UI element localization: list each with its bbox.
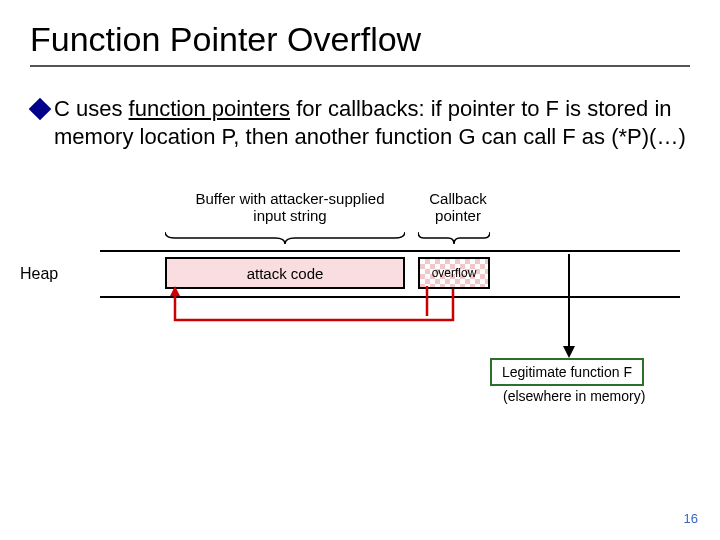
overflow-to-attack-arrow-icon	[165, 286, 460, 336]
title-underline	[30, 65, 690, 67]
overflow-dangle-icon	[423, 286, 431, 318]
heap-diagram: Buffer with attacker-supplied input stri…	[20, 190, 680, 430]
callback-label-l1: Callback	[418, 190, 498, 207]
buffer-label: Buffer with attacker-supplied input stri…	[175, 190, 405, 224]
slide-title: Function Pointer Overflow	[30, 20, 690, 59]
elsewhere-caption: (elsewhere in memory)	[503, 388, 645, 404]
heap-top-rule	[100, 250, 680, 252]
buffer-label-l2: input string	[175, 207, 405, 224]
bullet-underlined: function pointers	[129, 96, 290, 121]
buffer-brace-icon	[165, 230, 405, 242]
heap-label: Heap	[20, 265, 58, 283]
callback-label: Callback pointer	[418, 190, 498, 224]
bullet-text: C uses function pointers for callbacks: …	[54, 95, 690, 150]
overflow-text: overflow	[432, 266, 477, 280]
attack-code-text: attack code	[247, 265, 324, 282]
buffer-label-l1: Buffer with attacker-supplied	[175, 190, 405, 207]
bullet-pre: C uses	[54, 96, 129, 121]
overflow-box: overflow	[418, 257, 490, 289]
callback-to-legit-arrow-icon	[554, 254, 584, 360]
diamond-bullet-icon	[29, 98, 52, 121]
attack-code-box: attack code	[165, 257, 405, 289]
legitimate-function-box: Legitimate function F	[490, 358, 644, 386]
legitimate-function-text: Legitimate function F	[502, 364, 632, 380]
slide: Function Pointer Overflow C uses functio…	[0, 0, 720, 540]
svg-marker-0	[170, 286, 180, 296]
callback-brace-icon	[418, 230, 490, 242]
callback-label-l2: pointer	[418, 207, 498, 224]
bullet-item: C uses function pointers for callbacks: …	[30, 95, 690, 150]
svg-marker-3	[563, 346, 575, 358]
page-number: 16	[684, 511, 698, 526]
